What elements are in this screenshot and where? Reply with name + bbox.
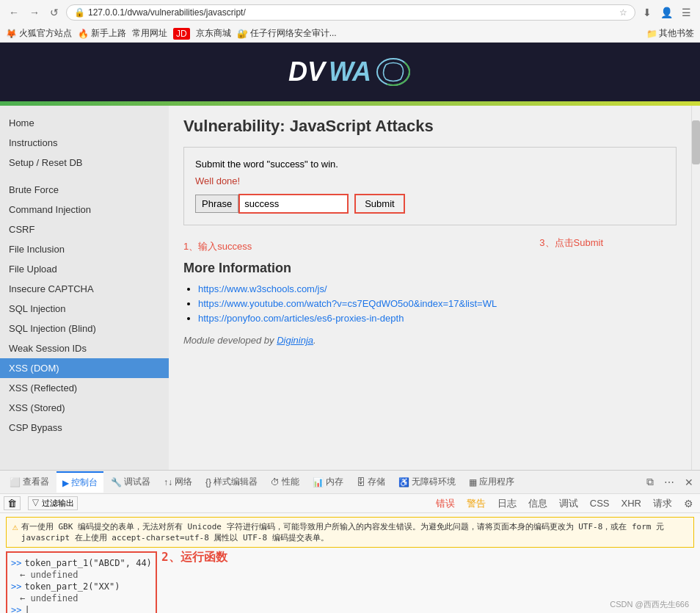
console-entries-box: >> token_part_1("ABCD", 44) ← undefined … xyxy=(6,551,157,613)
devtools-tab-accessibility[interactable]: ♿ 无障碍环境 xyxy=(393,472,462,492)
browser-actions: ⬇ 👤 ☰ xyxy=(640,5,694,20)
dvwa-container: DV WA Home Instructions Setup / Reset DB xyxy=(0,43,700,613)
reload-button[interactable]: ↺ xyxy=(47,5,62,20)
devtools-close-btn[interactable]: ✕ xyxy=(682,475,696,490)
sidebar-item-csrf[interactable]: CSRF xyxy=(0,220,169,239)
sidebar-item-sql-injection-blind[interactable]: SQL Injection (Blind) xyxy=(0,319,169,338)
bookmark-newbie[interactable]: 🔥 新手上路 xyxy=(78,27,126,40)
console-input-1: token_part_1("ABCD", 44) xyxy=(24,558,151,568)
browser-chrome: ← → ↺ 🔒 127.0.0.1/dvwa/vulnerabilities/j… xyxy=(0,0,700,43)
inspector-icon: ⬜ xyxy=(10,477,21,487)
status-debug[interactable]: 调试 xyxy=(556,496,581,512)
sidebar-item-xss-reflected[interactable]: XSS (Reflected) xyxy=(0,378,169,398)
sidebar-item-setup[interactable]: Setup / Reset DB xyxy=(0,153,169,173)
status-logs[interactable]: 日志 xyxy=(495,496,519,512)
devtools-tab-console[interactable]: ▶ 控制台 xyxy=(56,471,103,493)
status-info[interactable]: 信息 xyxy=(525,496,550,512)
sidebar-item-file-upload[interactable]: File Upload xyxy=(0,259,169,279)
memory-icon: 📊 xyxy=(313,477,324,487)
bookmark-common[interactable]: 常用网址 xyxy=(132,27,167,40)
devtools-tab-memory[interactable]: 📊 内存 xyxy=(307,472,349,492)
address-text: 127.0.0.1/dvwa/vulnerabilities/javascrip… xyxy=(88,7,616,18)
more-info-title: More Information xyxy=(183,261,677,276)
devtools-tab-application[interactable]: ▦ 应用程序 xyxy=(463,472,520,492)
devtools-tab-storage[interactable]: 🗄 存储 xyxy=(351,472,391,492)
phrase-form: Phrase Submit xyxy=(195,194,665,214)
status-requests[interactable]: 请求 xyxy=(650,496,675,512)
annotation-step3: 3、点击Submit xyxy=(539,236,603,253)
address-bar[interactable]: 🔒 127.0.0.1/dvwa/vulnerabilities/javascr… xyxy=(66,4,635,21)
devtools-toolbar: 🗑 ▽ 过滤输出 错误 警告 日志 信息 调试 CSS XHR 请求 ⚙ xyxy=(0,494,700,513)
vuln-description: Submit the word "success" to win. xyxy=(195,159,665,170)
console-icon: ▶ xyxy=(62,478,69,488)
star-icon[interactable]: ☆ xyxy=(619,7,627,18)
console-cursor: >> xyxy=(11,605,21,613)
lock-icon: 🔒 xyxy=(74,7,85,18)
status-warnings[interactable]: 警告 xyxy=(464,496,489,512)
dvwa-logo-icon xyxy=(375,57,412,87)
bookmarks-bar: 🦊 火狐官方站点 🔥 新手上路 常用网址 JD 京东商城 🔐 任子行网络安全审计… xyxy=(0,25,700,43)
back-button[interactable]: ← xyxy=(6,5,22,20)
more-info-link-3[interactable]: https://ponyfoo.com/articles/es6-proxies… xyxy=(198,313,404,324)
sidebar-item-weak-session-ids[interactable]: Weak Session IDs xyxy=(0,338,169,358)
status-css[interactable]: CSS xyxy=(587,496,613,510)
application-icon: ▦ xyxy=(469,477,477,487)
devtools-clear-btn[interactable]: 🗑 xyxy=(4,496,21,510)
bookmark-other-folder[interactable]: 📁 其他书签 xyxy=(646,27,694,40)
page-scrollbar[interactable] xyxy=(691,106,700,470)
more-info-link-1[interactable]: https://www.w3schools.com/js/ xyxy=(198,283,327,294)
sidebar-item-instructions[interactable]: Instructions xyxy=(0,133,169,153)
console-output-text-2: ← undefined xyxy=(11,593,78,603)
bookmark-renzixing[interactable]: 🔐 任子行网络安全审计... xyxy=(237,27,337,40)
submit-button[interactable]: Submit xyxy=(354,194,404,214)
accessibility-icon: ♿ xyxy=(398,477,409,487)
full-page: ← → ↺ 🔒 127.0.0.1/dvwa/vulnerabilities/j… xyxy=(0,0,700,613)
bookmark-firefox[interactable]: 🦊 火狐官方站点 xyxy=(6,27,72,40)
console-output-1: ← undefined xyxy=(11,570,152,580)
bookmark-jd[interactable]: JD xyxy=(173,28,190,40)
profile-button[interactable]: 👤 xyxy=(657,5,676,20)
devtools-copy-btn[interactable]: ⧉ xyxy=(644,474,657,490)
scrollbar-thumb[interactable] xyxy=(692,120,700,164)
more-info-links: https://www.w3schools.com/js/ https://ww… xyxy=(183,283,677,324)
storage-icon: 🗄 xyxy=(357,477,365,487)
digininja-link[interactable]: Digininja xyxy=(277,335,313,346)
sidebar-item-brute-force[interactable]: Brute Force xyxy=(0,180,169,200)
devtools-tab-network[interactable]: ↑↓ 网络 xyxy=(158,472,198,492)
console-cursor-line[interactable]: >> | xyxy=(11,605,152,613)
sidebar-item-xss-stored[interactable]: XSS (Stored) xyxy=(0,398,169,418)
sidebar-scroll[interactable]: Home Instructions Setup / Reset DB Brute… xyxy=(0,113,169,463)
devtools-tab-style[interactable]: {} 样式编辑器 xyxy=(200,472,263,492)
devtools-more-btn[interactable]: ⋯ xyxy=(661,475,677,490)
devtools-panel: ⬜ 查看器 ▶ 控制台 🔧 调试器 ↑↓ 网络 {} 样式编辑器 xyxy=(0,470,700,613)
sidebar-item-file-inclusion[interactable]: File Inclusion xyxy=(0,239,169,259)
devtools-tab-inspector[interactable]: ⬜ 查看器 xyxy=(4,472,55,492)
console-prompt-1: >> xyxy=(11,558,21,568)
sidebar-item-insecure-captcha[interactable]: Insecure CAPTCHA xyxy=(0,279,169,299)
phrase-label: Phrase xyxy=(195,195,238,213)
forward-button[interactable]: → xyxy=(26,5,43,20)
annotation-step2: 2、运行函数 xyxy=(161,550,227,565)
sidebar-item-command-injection[interactable]: Command Injection xyxy=(0,200,169,220)
devtools-tab-perf[interactable]: ⏱ 性能 xyxy=(265,472,305,492)
more-info-link-2[interactable]: https://www.youtube.com/watch?v=cs7EQdWO… xyxy=(198,298,497,309)
status-errors[interactable]: 错误 xyxy=(433,496,458,512)
sidebar-item-xss-dom[interactable]: XSS (DOM) xyxy=(0,358,169,378)
sidebar-item-csp-bypass[interactable]: CSP Bypass xyxy=(0,418,169,438)
download-button[interactable]: ⬇ xyxy=(640,5,655,20)
console-output: ⚠ 有一使用 GBK 编码提交的表单，无法对所有 Unicode 字符进行编码，… xyxy=(0,513,700,613)
sidebar-item-sql-injection[interactable]: SQL Injection xyxy=(0,299,169,319)
console-output-text-1: ← undefined xyxy=(11,570,78,580)
sidebar-item-home[interactable]: Home xyxy=(0,113,169,133)
devtools-tab-debugger[interactable]: 🔧 调试器 xyxy=(105,472,156,492)
network-icon: ↑↓ xyxy=(164,477,172,487)
perf-icon: ⏱ xyxy=(271,477,280,487)
devtools-settings-btn[interactable]: ⚙ xyxy=(681,496,696,511)
bookmark-jd-label[interactable]: 京东商城 xyxy=(196,27,231,40)
console-input-2: token_part_2("XX") xyxy=(24,581,120,592)
devtools-filter-toggle[interactable]: ▽ 过滤输出 xyxy=(28,496,78,510)
console-prompt-2: >> xyxy=(11,581,21,592)
phrase-input[interactable] xyxy=(238,194,349,214)
status-xhr[interactable]: XHR xyxy=(619,496,644,510)
menu-button[interactable]: ☰ xyxy=(679,5,694,20)
